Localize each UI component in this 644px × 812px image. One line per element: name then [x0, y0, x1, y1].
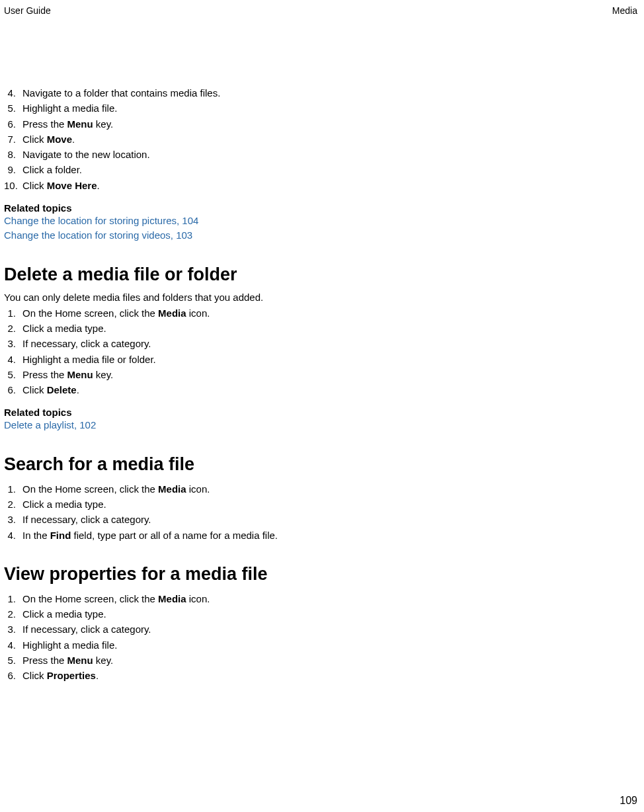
- step-number: 5.: [4, 367, 22, 382]
- step-text: Click Move.: [22, 132, 637, 147]
- search-heading: Search for a media file: [4, 454, 637, 475]
- step-text: If necessary, click a category.: [22, 512, 637, 527]
- step-item: 4.Highlight a media file.: [4, 637, 637, 653]
- step-number: 5.: [4, 653, 22, 668]
- step-text: Click Properties.: [22, 668, 637, 683]
- step-bold: Media: [158, 483, 186, 495]
- step-text: Highlight a media file or folder.: [22, 352, 637, 367]
- related-topic-link[interactable]: Delete a playlist, 102: [4, 418, 637, 433]
- step-item: 8.Navigate to the new location.: [4, 147, 637, 162]
- step-text: If necessary, click a category.: [22, 622, 637, 637]
- step-number: 4.: [4, 637, 22, 653]
- step-item: 3.If necessary, click a category.: [4, 622, 637, 637]
- step-number: 4.: [4, 528, 22, 543]
- step-bold: Menu: [67, 118, 93, 130]
- step-text: Press the Menu key.: [22, 367, 637, 382]
- step-text: Click Delete.: [22, 382, 637, 397]
- step-bold: Menu: [67, 655, 93, 666]
- related-topics-heading-2: Related topics: [4, 407, 637, 418]
- step-item: 4.Highlight a media file or folder.: [4, 352, 637, 367]
- step-text: Navigate to the new location.: [22, 147, 637, 162]
- step-item: 4.Navigate to a folder that contains med…: [4, 85, 637, 101]
- step-number: 6.: [4, 382, 22, 397]
- step-item: 3.If necessary, click a category.: [4, 512, 637, 527]
- step-bold: Delete: [47, 384, 77, 395]
- step-text: Navigate to a folder that contains media…: [22, 85, 637, 101]
- step-item: 5.Press the Menu key.: [4, 367, 637, 382]
- step-text: Press the Menu key.: [22, 653, 637, 668]
- step-bold: Move Here: [47, 180, 97, 191]
- step-item: 6.Click Delete.: [4, 382, 637, 397]
- step-text: On the Home screen, click the Media icon…: [22, 591, 637, 606]
- step-text: Click a media type.: [22, 497, 637, 512]
- delete-intro: You can only delete media files and fold…: [4, 292, 637, 303]
- step-item: 5.Highlight a media file.: [4, 101, 637, 116]
- step-text: Click a media type.: [22, 606, 637, 622]
- step-text: Click a folder.: [22, 162, 637, 177]
- step-text: Highlight a media file.: [22, 637, 637, 653]
- step-number: 2.: [4, 606, 22, 622]
- step-number: 2.: [4, 497, 22, 512]
- step-bold: Menu: [67, 369, 93, 380]
- step-text: Press the Menu key.: [22, 116, 637, 132]
- step-bold: Media: [158, 593, 186, 604]
- step-item: 2.Click a media type.: [4, 497, 637, 512]
- step-number: 10.: [4, 178, 22, 193]
- step-item: 3.If necessary, click a category.: [4, 336, 637, 351]
- step-item: 1.On the Home screen, click the Media ic…: [4, 305, 637, 321]
- step-bold: Find: [50, 530, 71, 541]
- related-links-2: Delete a playlist, 102: [4, 418, 637, 433]
- viewprops-steps-list: 1.On the Home screen, click the Media ic…: [4, 591, 637, 684]
- step-number: 7.: [4, 132, 22, 147]
- step-item: 2.Click a media type.: [4, 321, 637, 336]
- step-number: 1.: [4, 481, 22, 497]
- viewprops-heading: View properties for a media file: [4, 564, 637, 585]
- step-item: 5.Press the Menu key.: [4, 653, 637, 668]
- related-topic-link[interactable]: Change the location for storing pictures…: [4, 214, 637, 229]
- step-item: 10.Click Move Here.: [4, 178, 637, 193]
- delete-heading: Delete a media file or folder: [4, 264, 637, 285]
- step-item: 4.In the Find field, type part or all of…: [4, 528, 637, 543]
- step-bold: Media: [158, 307, 186, 319]
- step-number: 4.: [4, 85, 22, 101]
- step-number: 3.: [4, 512, 22, 527]
- step-number: 3.: [4, 336, 22, 351]
- header-right: Media: [612, 5, 637, 16]
- step-number: 9.: [4, 162, 22, 177]
- step-item: 6.Press the Menu key.: [4, 116, 637, 132]
- step-item: 6.Click Properties.: [4, 668, 637, 683]
- step-text: In the Find field, type part or all of a…: [22, 528, 637, 543]
- step-number: 2.: [4, 321, 22, 336]
- step-number: 1.: [4, 305, 22, 321]
- step-item: 9.Click a folder.: [4, 162, 637, 177]
- step-text: If necessary, click a category.: [22, 336, 637, 351]
- step-item: 1.On the Home screen, click the Media ic…: [4, 481, 637, 497]
- step-number: 1.: [4, 591, 22, 606]
- step-text: Click a media type.: [22, 321, 637, 336]
- page-number: 109: [620, 795, 637, 807]
- page-header: User Guide Media: [0, 0, 644, 16]
- step-text: Highlight a media file.: [22, 101, 637, 116]
- delete-steps-list: 1.On the Home screen, click the Media ic…: [4, 305, 637, 398]
- header-left: User Guide: [4, 5, 51, 16]
- step-text: On the Home screen, click the Media icon…: [22, 305, 637, 321]
- step-bold: Properties: [47, 670, 96, 681]
- step-number: 3.: [4, 622, 22, 637]
- step-number: 6.: [4, 116, 22, 132]
- related-links: Change the location for storing pictures…: [4, 214, 637, 243]
- step-item: 2.Click a media type.: [4, 606, 637, 622]
- step-item: 7.Click Move.: [4, 132, 637, 147]
- step-text: On the Home screen, click the Media icon…: [22, 481, 637, 497]
- related-topic-link[interactable]: Change the location for storing videos, …: [4, 228, 637, 243]
- step-item: 1.On the Home screen, click the Media ic…: [4, 591, 637, 606]
- step-bold: Move: [47, 134, 72, 145]
- step-number: 4.: [4, 352, 22, 367]
- step-number: 8.: [4, 147, 22, 162]
- page-content: 4.Navigate to a folder that contains med…: [0, 16, 644, 683]
- search-steps-list: 1.On the Home screen, click the Media ic…: [4, 481, 637, 543]
- step-number: 5.: [4, 101, 22, 116]
- step-text: Click Move Here.: [22, 178, 637, 193]
- move-steps-list: 4.Navigate to a folder that contains med…: [4, 85, 637, 193]
- step-number: 6.: [4, 668, 22, 683]
- related-topics-heading: Related topics: [4, 202, 637, 214]
